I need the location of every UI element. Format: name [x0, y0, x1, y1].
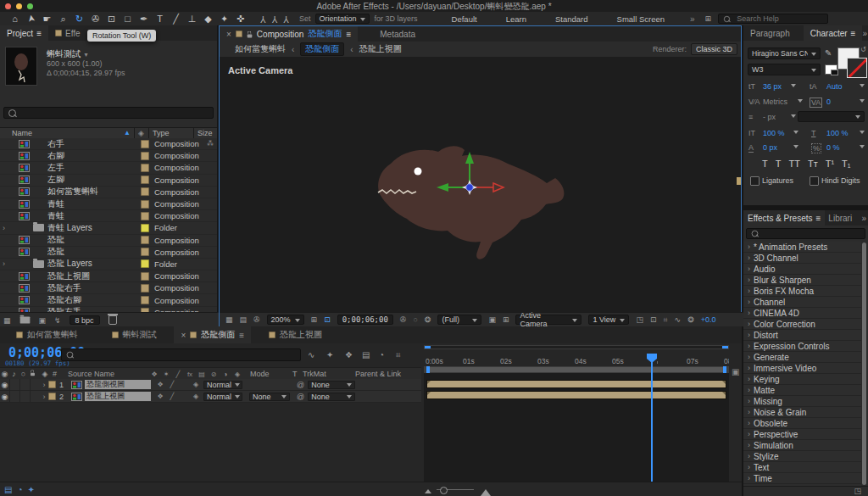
expand-icon[interactable]: ›: [0, 259, 9, 268]
tab-effects-presets[interactable]: Effects & Presets ≡: [743, 210, 825, 226]
viewer-timecode[interactable]: 0;00;06;00: [337, 315, 393, 325]
quality-switch-icon[interactable]: ╱: [172, 371, 184, 378]
rectangle-tool[interactable]: □: [120, 12, 136, 25]
world-axis-mode[interactable]: Y: [272, 14, 278, 24]
timeline-comp-tab[interactable]: × 恐龍側面 ≡: [174, 326, 251, 343]
timeline-comp-tab[interactable]: × 恐龍上視圖 ≡: [253, 326, 338, 343]
help-search-input[interactable]: [735, 14, 823, 24]
vertical-scale-value[interactable]: 100 %: [763, 129, 785, 137]
parent-dropdown[interactable]: None: [308, 393, 355, 401]
breadcrumb-prev[interactable]: 如何當隻蝌蚪: [235, 43, 286, 55]
item-name[interactable]: 恐龍: [47, 246, 141, 258]
comp-marker-bin-icon[interactable]: ▣: [732, 367, 739, 376]
hide-shy-layers-icon[interactable]: ❖: [345, 350, 353, 359]
reset-swatch-icon[interactable]: ↺: [860, 46, 866, 53]
parent-link-column[interactable]: Parent & Link: [355, 370, 401, 378]
project-item-row[interactable]: › 左手 Composition ⁂: [0, 162, 217, 174]
horizontal-scale-value[interactable]: 100 %: [826, 129, 849, 137]
layer-visibility-icon[interactable]: ◉: [0, 381, 9, 389]
item-name[interactable]: 左腳: [47, 174, 141, 186]
project-item-row[interactable]: › 恐龍 Composition ⁂: [0, 247, 217, 259]
expand-icon[interactable]: ›: [748, 254, 750, 262]
layer-handle[interactable]: [737, 177, 741, 185]
label-color-chip[interactable]: [141, 248, 149, 256]
collapse-switch[interactable]: ❖: [154, 393, 166, 400]
faux-style-button[interactable]: T: [776, 159, 782, 169]
effects-category-row[interactable]: › Boris FX Mocha: [743, 286, 861, 297]
panel-menu-icon[interactable]: ≡: [851, 29, 856, 38]
puppet-pin-tool[interactable]: ✜: [232, 12, 248, 25]
effects-category-row[interactable]: › Immersive Video: [743, 363, 861, 374]
3d-layer-switch[interactable]: ◈: [190, 381, 202, 388]
t-column[interactable]: T: [292, 370, 303, 378]
mask-visibility-icon[interactable]: ⊡: [324, 315, 331, 324]
item-name[interactable]: 如何當隻蝌蚪: [47, 186, 141, 198]
channel-icon[interactable]: ❂: [425, 315, 431, 324]
timeline-comp-tab[interactable]: × 如何當隻蝌蚪 ≡: [0, 326, 94, 343]
zoom-slider-knob[interactable]: [440, 487, 448, 494]
roto-brush-tool[interactable]: ✦: [216, 12, 232, 25]
pick-whip-icon[interactable]: @: [297, 393, 304, 401]
help-search[interactable]: [718, 14, 828, 24]
tab-metadata[interactable]: Metadata: [373, 26, 422, 42]
number-column[interactable]: #: [53, 370, 68, 378]
fast-previews-icon[interactable]: ⊡: [650, 315, 657, 324]
faux-style-button[interactable]: T: [762, 159, 768, 169]
chevron-down-icon[interactable]: [798, 99, 803, 105]
type-tool[interactable]: T: [152, 12, 168, 25]
label-color-chip[interactable]: [141, 259, 149, 268]
graph-editor-icon[interactable]: ⌗: [396, 350, 401, 360]
work-area[interactable]: [426, 367, 726, 372]
effects-category-row[interactable]: › Audio: [743, 264, 861, 275]
magnification-dropdown[interactable]: 200%: [267, 315, 304, 325]
delete-icon[interactable]: [108, 315, 117, 325]
effects-category-row[interactable]: › * Animation Presets: [743, 242, 861, 253]
playhead-line[interactable]: [651, 360, 653, 482]
expand-icon[interactable]: ›: [748, 353, 750, 361]
chevron-down-icon[interactable]: [793, 131, 798, 137]
expand-icon[interactable]: ›: [748, 276, 750, 284]
layer-row[interactable]: ◉ › 1 恐龍側視圖 ❖ ╱: [0, 379, 421, 391]
effects-category-row[interactable]: › Obsolete: [743, 418, 861, 429]
tab-project[interactable]: Project ≡: [0, 25, 48, 41]
effects-category-row[interactable]: › Text: [743, 462, 861, 473]
wide-empty-dropdown[interactable]: [798, 111, 865, 122]
layer-color-chip[interactable]: [48, 381, 56, 388]
effects-category-row[interactable]: › Distort: [743, 330, 861, 341]
tab-paragraph[interactable]: Paragraph: [743, 25, 797, 41]
audio-cell[interactable]: [9, 391, 19, 402]
label-color-chip[interactable]: [141, 176, 149, 184]
rotation-tool[interactable]: ↻: [71, 12, 87, 25]
effect-switch-icon[interactable]: fx: [184, 371, 196, 378]
workspace-item[interactable]: Default: [452, 14, 477, 24]
interpret-footage-icon[interactable]: ▦: [3, 316, 11, 325]
label-color-chip[interactable]: [141, 152, 149, 160]
grid-guides-icon[interactable]: ⊞: [311, 315, 318, 324]
selected-item-name[interactable]: 蝌蚪測試: [47, 49, 81, 59]
chevron-down-icon[interactable]: [860, 145, 865, 151]
expand-icon[interactable]: ›: [748, 386, 750, 394]
close-icon[interactable]: ×: [181, 331, 186, 340]
draft-3d-icon[interactable]: ✦: [326, 350, 333, 359]
dinosaur-layer-art[interactable]: [365, 143, 577, 270]
pen-tool[interactable]: ✒: [136, 12, 152, 25]
column-name[interactable]: Name: [12, 129, 32, 137]
stamp-tool[interactable]: ⊥: [184, 12, 200, 25]
home-tool[interactable]: ⌂: [7, 12, 23, 25]
label-color-column-icon[interactable]: ◈: [138, 129, 144, 137]
resolution-dropdown[interactable]: (Full): [437, 315, 481, 325]
expand-icon[interactable]: ›: [748, 474, 750, 482]
shy-switch-icon[interactable]: ❖: [148, 371, 160, 378]
faux-style-button[interactable]: T₁: [842, 159, 850, 169]
item-name[interactable]: 恐龍右手: [47, 282, 141, 294]
item-name[interactable]: 右手: [47, 138, 141, 150]
column-size[interactable]: Size: [198, 129, 213, 137]
tracking-value[interactable]: 0: [826, 98, 831, 106]
adjust-icon[interactable]: ↯: [54, 316, 61, 325]
zoom-out-mountain-icon[interactable]: [425, 486, 431, 493]
effects-category-row[interactable]: › Expression Controls: [743, 341, 861, 352]
effects-category-row[interactable]: › CINEMA 4D: [743, 308, 861, 319]
panel-menu-icon[interactable]: ≡: [816, 214, 821, 223]
timeline-navigator[interactable]: [424, 345, 729, 349]
expand-icon[interactable]: ›: [748, 441, 750, 449]
